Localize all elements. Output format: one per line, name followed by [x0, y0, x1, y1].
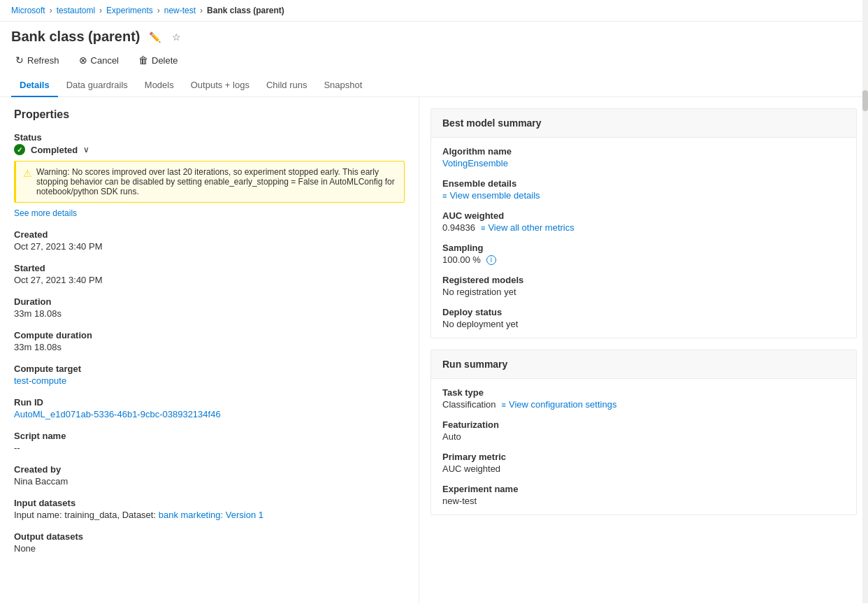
- compute-duration-label: Compute duration: [14, 330, 405, 340]
- output-datasets-value: None: [14, 543, 405, 554]
- tab-details[interactable]: Details: [11, 74, 58, 97]
- status-row: Completed ∨: [14, 144, 405, 155]
- auc-weighted-row: AUC weighted 0.94836 ≡ View all other me…: [442, 210, 845, 233]
- created-group: Created Oct 27, 2021 3:40 PM: [14, 229, 405, 252]
- status-label: Status: [14, 132, 405, 143]
- registered-models-row: Registered models No registration yet: [442, 275, 845, 297]
- refresh-label: Refresh: [27, 55, 59, 66]
- input-datasets-value: Input name: training_data, Dataset: bank…: [14, 510, 405, 520]
- ensemble-details-label: Ensemble details: [442, 178, 845, 189]
- input-datasets-prefix: Input name: training_data, Dataset:: [14, 510, 159, 520]
- tab-snapshot[interactable]: Snapshot: [315, 74, 370, 97]
- best-model-summary-card: Best model summary Algorithm name Voting…: [431, 108, 857, 338]
- status-chevron-icon[interactable]: ∨: [83, 145, 89, 154]
- status-completed-icon: [14, 144, 25, 155]
- algorithm-name-row: Algorithm name VotingEnsemble: [442, 146, 845, 168]
- delete-icon: 🗑: [138, 55, 148, 66]
- deploy-status-row: Deploy status No deployment yet: [442, 307, 845, 329]
- task-type-value: Classification ≡ View configuration sett…: [442, 399, 845, 410]
- deploy-status-value: No deployment yet: [442, 319, 845, 329]
- breadcrumb-current: Bank class (parent): [207, 6, 284, 15]
- auc-weighted-label: AUC weighted: [442, 210, 845, 221]
- created-by-label: Created by: [14, 464, 405, 475]
- run-id-group: Run ID AutoML_e1d071ab-5336-46b1-9cbc-03…: [14, 397, 405, 419]
- registered-models-label: Registered models: [442, 275, 845, 285]
- page-scrollbar-thumb[interactable]: [862, 90, 868, 111]
- ensemble-details-value: ≡ View ensemble details: [442, 190, 845, 201]
- sampling-value: 100.00 % i: [442, 254, 845, 265]
- refresh-icon: ↻: [15, 55, 24, 66]
- script-name-value: --: [14, 443, 405, 453]
- warning-box: ⚠ Warning: No scores improved over last …: [14, 161, 405, 203]
- breadcrumb-testautoml[interactable]: testautoml: [57, 6, 95, 15]
- featurization-label: Featurization: [442, 419, 845, 430]
- created-label: Created: [14, 229, 405, 240]
- compute-target-value[interactable]: test-compute: [14, 375, 66, 386]
- page-scrollbar[interactable]: [862, 0, 868, 603]
- status-value: Completed: [31, 145, 78, 155]
- cancel-button[interactable]: ⊗ Cancel: [75, 52, 123, 69]
- view-other-metrics-link[interactable]: ≡ View all other metrics: [481, 222, 574, 233]
- auc-weighted-value: 0.94836 ≡ View all other metrics: [442, 222, 845, 233]
- see-more-link[interactable]: See more details: [14, 208, 405, 218]
- tab-child-runs[interactable]: Child runs: [258, 74, 316, 97]
- edit-button[interactable]: ✏️: [146, 30, 164, 44]
- run-summary-card: Run summary Task type Classification ≡ V…: [431, 350, 857, 515]
- properties-title: Properties: [14, 108, 405, 121]
- compute-duration-group: Compute duration 33m 18.08s: [14, 330, 405, 352]
- tab-data-guardrails[interactable]: Data guardrails: [58, 74, 136, 97]
- run-id-label: Run ID: [14, 397, 405, 408]
- breadcrumb-new-test[interactable]: new-test: [164, 6, 196, 15]
- sampling-row: Sampling 100.00 % i: [442, 243, 845, 265]
- tab-models[interactable]: Models: [136, 74, 182, 97]
- duration-group: Duration 33m 18.08s: [14, 296, 405, 319]
- compute-target-label: Compute target: [14, 364, 405, 374]
- task-type-text: Classification: [442, 399, 496, 410]
- breadcrumb-microsoft[interactable]: Microsoft: [11, 6, 45, 15]
- started-group: Started Oct 27, 2021 3:40 PM: [14, 263, 405, 285]
- script-name-group: Script name --: [14, 431, 405, 453]
- auc-weighted-number: 0.94836: [442, 222, 475, 233]
- best-model-summary-body: Algorithm name VotingEnsemble Ensemble d…: [431, 138, 856, 338]
- tab-outputs-logs[interactable]: Outputs + logs: [182, 74, 258, 97]
- ensemble-details-row: Ensemble details ≡ View ensemble details: [442, 178, 845, 201]
- task-type-row: Task type Classification ≡ View configur…: [442, 387, 845, 410]
- input-datasets-label: Input datasets: [14, 498, 405, 508]
- ensemble-link-text: View ensemble details: [449, 190, 540, 201]
- page-title-bar: Bank class (parent) ✏️ ☆: [0, 22, 868, 49]
- warning-text: Warning: No scores improved over last 20…: [36, 167, 397, 196]
- started-value: Oct 27, 2021 3:40 PM: [14, 275, 405, 285]
- view-ensemble-details-link[interactable]: ≡ View ensemble details: [442, 190, 540, 201]
- favorite-button[interactable]: ☆: [169, 30, 184, 44]
- duration-value: 33m 18.08s: [14, 308, 405, 319]
- input-datasets-link[interactable]: bank marketing: Version 1: [159, 510, 263, 520]
- run-summary-title: Run summary: [431, 350, 856, 379]
- config-settings-list-icon: ≡: [502, 401, 506, 409]
- algorithm-name-value: VotingEnsemble: [442, 158, 845, 168]
- tabs: Details Data guardrails Models Outputs +…: [0, 74, 868, 97]
- registered-models-value: No registration yet: [442, 287, 845, 297]
- delete-button[interactable]: 🗑 Delete: [134, 52, 182, 69]
- input-datasets-group: Input datasets Input name: training_data…: [14, 498, 405, 520]
- breadcrumb-experiments[interactable]: Experiments: [106, 6, 153, 15]
- created-by-value: Nina Baccam: [14, 476, 405, 487]
- created-by-group: Created by Nina Baccam: [14, 464, 405, 487]
- refresh-button[interactable]: ↻ Refresh: [11, 52, 64, 69]
- started-label: Started: [14, 263, 405, 273]
- script-name-label: Script name: [14, 431, 405, 441]
- properties-panel: Properties Status Completed ∨ ⚠ Warning:…: [0, 97, 419, 603]
- right-panel: Best model summary Algorithm name Voting…: [419, 97, 868, 603]
- other-metrics-list-icon: ≡: [481, 224, 485, 232]
- primary-metric-value: AUC weighted: [442, 463, 845, 474]
- ensemble-list-icon: ≡: [442, 192, 447, 200]
- page-title: Bank class (parent): [11, 29, 140, 45]
- view-config-settings-link[interactable]: ≡ View configuration settings: [502, 399, 617, 410]
- algorithm-name-link[interactable]: VotingEnsemble: [442, 158, 508, 168]
- experiment-name-value: new-test: [442, 496, 845, 506]
- sampling-info-icon[interactable]: i: [486, 255, 496, 265]
- primary-metric-row: Primary metric AUC weighted: [442, 452, 845, 474]
- best-model-summary-title: Best model summary: [431, 109, 856, 138]
- compute-duration-value: 33m 18.08s: [14, 342, 405, 352]
- experiment-name-label: Experiment name: [442, 484, 845, 494]
- cancel-label: Cancel: [91, 55, 119, 66]
